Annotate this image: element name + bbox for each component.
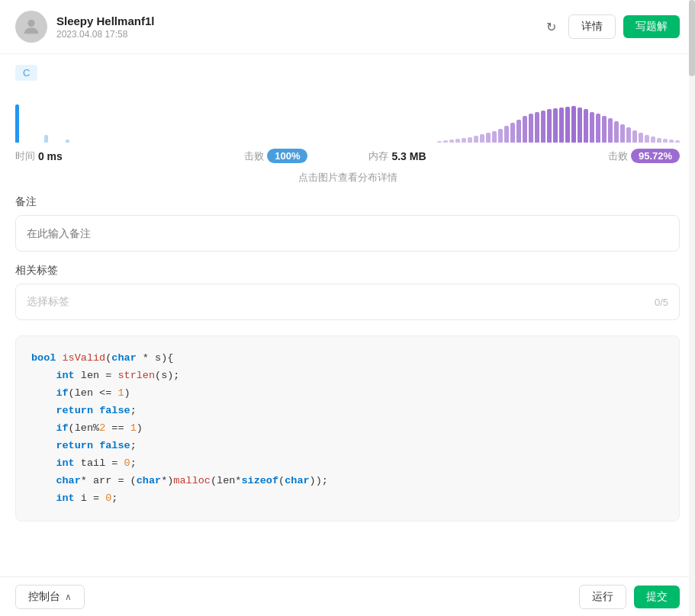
mem-bar: [645, 135, 649, 143]
code-line-3: if(len <= 1): [31, 385, 664, 403]
mem-bar: [596, 114, 600, 143]
chart-hint[interactable]: 点击图片查看分布详情: [15, 171, 680, 184]
mem-bar: [462, 138, 466, 143]
bottom-right-actions: 运行 提交: [579, 585, 680, 609]
mem-bar: [578, 107, 582, 143]
mem-bar: [541, 111, 545, 143]
header-actions: ↻ 详情 写题解: [542, 14, 680, 39]
code-line-1: bool isValid(char * s){: [31, 350, 664, 367]
mem-bar: [480, 134, 484, 143]
mem-bar: [498, 129, 503, 143]
code-line-6: return false;: [31, 438, 664, 455]
mem-bar: [663, 139, 668, 143]
tags-section-title: 相关标签: [15, 264, 680, 278]
detail-button[interactable]: 详情: [568, 14, 616, 39]
memory-value: 5.3 MB: [391, 150, 426, 162]
notes-input[interactable]: [15, 215, 680, 252]
mem-bar: [486, 133, 491, 143]
time-chart: [15, 104, 168, 143]
notes-section-title: 备注: [15, 195, 680, 209]
mem-bar: [468, 137, 472, 143]
mem-bar: [504, 126, 509, 143]
defeat-mem-badge: 95.72%: [631, 149, 680, 163]
code-line-5: if(len%2 == 1): [31, 420, 664, 438]
time-bar-short1: [44, 135, 48, 143]
mem-bar: [602, 116, 607, 143]
username: Sleepy Hellmanf1l: [56, 14, 533, 27]
mem-bar: [523, 116, 527, 143]
user-info: Sleepy Hellmanf1l 2023.04.08 17:58: [56, 14, 533, 40]
time-bar-short2: [66, 140, 69, 143]
language-badge: C: [15, 65, 37, 81]
mem-bar: [608, 118, 613, 143]
mem-bar: [657, 138, 661, 143]
defeat-time-badge: 100%: [267, 149, 307, 163]
mem-bar: [565, 107, 570, 143]
console-label: 控制台: [28, 590, 60, 604]
code-line-9: int i = 0;: [31, 490, 664, 508]
chart-container[interactable]: [15, 93, 680, 143]
mem-bar: [590, 112, 594, 143]
bottom-bar: 控制台 ∧ 运行 提交: [0, 576, 695, 616]
mem-bar: [571, 106, 576, 143]
run-button[interactable]: 运行: [579, 585, 626, 609]
write-solution-button[interactable]: 写题解: [623, 15, 680, 38]
mem-bar: [547, 109, 552, 143]
mem-bar: [455, 139, 460, 143]
avatar-icon: [21, 16, 42, 37]
code-line-2: int len = strlen(s);: [31, 367, 664, 385]
mem-bar: [449, 140, 454, 143]
refresh-button[interactable]: ↻: [542, 15, 561, 39]
svg-point-0: [27, 20, 34, 27]
mem-bar: [620, 124, 625, 143]
code-block: bool isValid(char * s){ int len = strlen…: [15, 335, 680, 521]
tags-placeholder: 选择标签: [27, 295, 69, 309]
mem-bar: [639, 133, 643, 143]
header: Sleepy Hellmanf1l 2023.04.08 17:58 ↻ 详情 …: [0, 0, 695, 54]
mem-bar: [492, 131, 497, 143]
scrollbar[interactable]: [689, 0, 695, 616]
chevron-up-icon: ∧: [65, 592, 72, 602]
avatar: [15, 11, 47, 43]
mem-bar: [510, 123, 515, 143]
mem-bar: [626, 127, 631, 143]
submit-button[interactable]: 提交: [634, 586, 680, 608]
mem-bar: [516, 120, 521, 143]
time-bar-tall: [15, 104, 19, 143]
stats-area: 时间 0 ms 击败 100% 内存 5.3 MB 击败 95.72%: [15, 93, 680, 163]
stats-labels: 时间 0 ms 击败 100% 内存 5.3 MB 击败 95.72%: [15, 149, 680, 163]
tags-count: 0/5: [655, 297, 668, 308]
mem-bar: [443, 140, 448, 143]
mem-bar: [437, 141, 442, 143]
memory-chart: [437, 106, 680, 143]
console-button[interactable]: 控制台 ∧: [15, 585, 85, 609]
mem-bar: [584, 109, 588, 143]
mem-bar: [675, 140, 680, 143]
mem-bar: [474, 136, 478, 143]
defeat-time-label: 击败: [244, 149, 264, 163]
code-line-7: int tail = 0;: [31, 455, 664, 473]
mem-bar: [632, 130, 637, 143]
time-label: 时间: [15, 149, 35, 163]
code-line-4: return false;: [31, 403, 664, 420]
defeat-mem-label: 击败: [608, 149, 628, 163]
mem-bar: [614, 121, 619, 143]
tags-select[interactable]: 选择标签 0/5: [15, 284, 680, 320]
memory-label: 内存: [368, 149, 388, 163]
mem-bar: [669, 140, 674, 143]
main-content: C 时间 0 ms 击败 100% 内存 5.3 MB: [0, 54, 695, 532]
time-value: 0 ms: [38, 150, 63, 162]
scrollbar-thumb[interactable]: [689, 0, 695, 76]
code-line-8: char* arr = (char*)malloc(len*sizeof(cha…: [31, 473, 664, 490]
user-datetime: 2023.04.08 17:58: [56, 29, 533, 40]
mem-bar: [651, 136, 655, 143]
mem-bar: [559, 107, 564, 143]
mem-bar: [535, 112, 539, 143]
mem-bar: [553, 108, 558, 143]
mem-bar: [529, 114, 533, 143]
